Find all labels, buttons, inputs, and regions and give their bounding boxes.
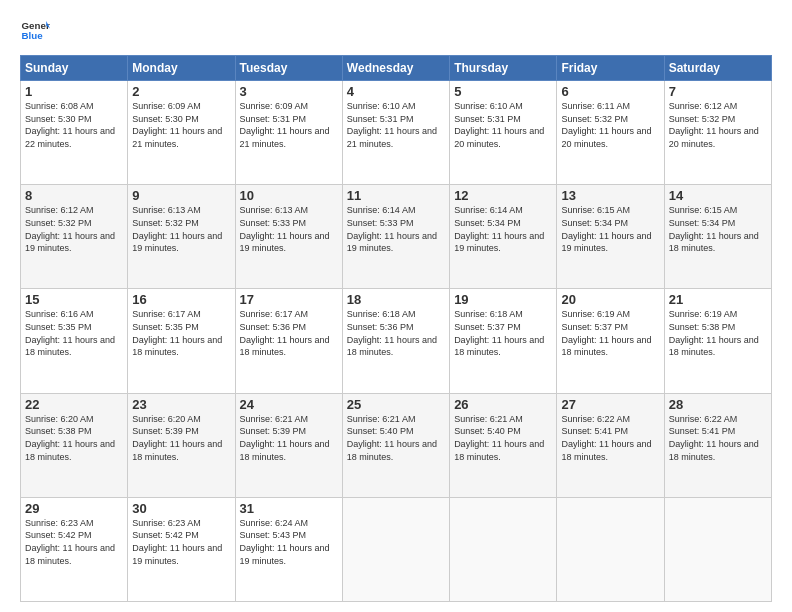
day-number: 7 [669,84,767,99]
day-info: Sunrise: 6:12 AMSunset: 5:32 PMDaylight:… [25,205,115,253]
day-number: 11 [347,188,445,203]
day-info: Sunrise: 6:15 AMSunset: 5:34 PMDaylight:… [561,205,651,253]
day-info: Sunrise: 6:20 AMSunset: 5:39 PMDaylight:… [132,414,222,462]
calendar-cell: 2 Sunrise: 6:09 AMSunset: 5:30 PMDayligh… [128,81,235,185]
day-number: 2 [132,84,230,99]
calendar-cell: 6 Sunrise: 6:11 AMSunset: 5:32 PMDayligh… [557,81,664,185]
day-info: Sunrise: 6:16 AMSunset: 5:35 PMDaylight:… [25,309,115,357]
calendar-cell: 5 Sunrise: 6:10 AMSunset: 5:31 PMDayligh… [450,81,557,185]
day-number: 31 [240,501,338,516]
calendar-cell: 31 Sunrise: 6:24 AMSunset: 5:43 PMDaylig… [235,497,342,601]
day-number: 6 [561,84,659,99]
day-info: Sunrise: 6:18 AMSunset: 5:37 PMDaylight:… [454,309,544,357]
calendar-cell: 22 Sunrise: 6:20 AMSunset: 5:38 PMDaylig… [21,393,128,497]
calendar-cell: 8 Sunrise: 6:12 AMSunset: 5:32 PMDayligh… [21,185,128,289]
day-number: 4 [347,84,445,99]
week-row-4: 22 Sunrise: 6:20 AMSunset: 5:38 PMDaylig… [21,393,772,497]
calendar-cell: 1 Sunrise: 6:08 AMSunset: 5:30 PMDayligh… [21,81,128,185]
day-number: 13 [561,188,659,203]
day-number: 18 [347,292,445,307]
day-info: Sunrise: 6:10 AMSunset: 5:31 PMDaylight:… [347,101,437,149]
day-info: Sunrise: 6:21 AMSunset: 5:40 PMDaylight:… [454,414,544,462]
day-number: 16 [132,292,230,307]
day-info: Sunrise: 6:09 AMSunset: 5:31 PMDaylight:… [240,101,330,149]
calendar-cell: 19 Sunrise: 6:18 AMSunset: 5:37 PMDaylig… [450,289,557,393]
day-number: 28 [669,397,767,412]
svg-text:Blue: Blue [22,30,44,41]
day-number: 14 [669,188,767,203]
day-info: Sunrise: 6:08 AMSunset: 5:30 PMDaylight:… [25,101,115,149]
day-number: 17 [240,292,338,307]
day-number: 21 [669,292,767,307]
calendar-cell: 26 Sunrise: 6:21 AMSunset: 5:40 PMDaylig… [450,393,557,497]
day-info: Sunrise: 6:17 AMSunset: 5:36 PMDaylight:… [240,309,330,357]
week-row-5: 29 Sunrise: 6:23 AMSunset: 5:42 PMDaylig… [21,497,772,601]
weekday-wednesday: Wednesday [342,56,449,81]
day-info: Sunrise: 6:14 AMSunset: 5:33 PMDaylight:… [347,205,437,253]
calendar-cell: 12 Sunrise: 6:14 AMSunset: 5:34 PMDaylig… [450,185,557,289]
day-number: 15 [25,292,123,307]
calendar-cell: 16 Sunrise: 6:17 AMSunset: 5:35 PMDaylig… [128,289,235,393]
calendar-page: General Blue SundayMondayTuesdayWednesda… [0,0,792,612]
calendar-cell [450,497,557,601]
day-number: 12 [454,188,552,203]
calendar-cell: 17 Sunrise: 6:17 AMSunset: 5:36 PMDaylig… [235,289,342,393]
calendar-cell: 10 Sunrise: 6:13 AMSunset: 5:33 PMDaylig… [235,185,342,289]
day-info: Sunrise: 6:17 AMSunset: 5:35 PMDaylight:… [132,309,222,357]
day-info: Sunrise: 6:24 AMSunset: 5:43 PMDaylight:… [240,518,330,566]
calendar-cell: 11 Sunrise: 6:14 AMSunset: 5:33 PMDaylig… [342,185,449,289]
day-number: 27 [561,397,659,412]
day-info: Sunrise: 6:23 AMSunset: 5:42 PMDaylight:… [132,518,222,566]
day-info: Sunrise: 6:10 AMSunset: 5:31 PMDaylight:… [454,101,544,149]
logo: General Blue [20,15,50,45]
calendar-cell: 24 Sunrise: 6:21 AMSunset: 5:39 PMDaylig… [235,393,342,497]
calendar-cell: 15 Sunrise: 6:16 AMSunset: 5:35 PMDaylig… [21,289,128,393]
day-info: Sunrise: 6:22 AMSunset: 5:41 PMDaylight:… [561,414,651,462]
logo-icon: General Blue [20,15,50,45]
header: General Blue [20,15,772,45]
week-row-1: 1 Sunrise: 6:08 AMSunset: 5:30 PMDayligh… [21,81,772,185]
day-number: 19 [454,292,552,307]
calendar-cell: 14 Sunrise: 6:15 AMSunset: 5:34 PMDaylig… [664,185,771,289]
calendar-cell [664,497,771,601]
calendar-cell: 7 Sunrise: 6:12 AMSunset: 5:32 PMDayligh… [664,81,771,185]
calendar-cell: 29 Sunrise: 6:23 AMSunset: 5:42 PMDaylig… [21,497,128,601]
weekday-header: SundayMondayTuesdayWednesdayThursdayFrid… [21,56,772,81]
day-info: Sunrise: 6:15 AMSunset: 5:34 PMDaylight:… [669,205,759,253]
day-info: Sunrise: 6:13 AMSunset: 5:33 PMDaylight:… [240,205,330,253]
day-number: 30 [132,501,230,516]
day-info: Sunrise: 6:18 AMSunset: 5:36 PMDaylight:… [347,309,437,357]
day-info: Sunrise: 6:21 AMSunset: 5:40 PMDaylight:… [347,414,437,462]
weekday-monday: Monday [128,56,235,81]
weekday-sunday: Sunday [21,56,128,81]
day-info: Sunrise: 6:12 AMSunset: 5:32 PMDaylight:… [669,101,759,149]
day-number: 22 [25,397,123,412]
week-row-2: 8 Sunrise: 6:12 AMSunset: 5:32 PMDayligh… [21,185,772,289]
weekday-saturday: Saturday [664,56,771,81]
day-info: Sunrise: 6:14 AMSunset: 5:34 PMDaylight:… [454,205,544,253]
day-number: 24 [240,397,338,412]
day-info: Sunrise: 6:19 AMSunset: 5:38 PMDaylight:… [669,309,759,357]
day-info: Sunrise: 6:09 AMSunset: 5:30 PMDaylight:… [132,101,222,149]
day-number: 10 [240,188,338,203]
calendar-cell: 3 Sunrise: 6:09 AMSunset: 5:31 PMDayligh… [235,81,342,185]
week-row-3: 15 Sunrise: 6:16 AMSunset: 5:35 PMDaylig… [21,289,772,393]
weekday-tuesday: Tuesday [235,56,342,81]
calendar-cell: 28 Sunrise: 6:22 AMSunset: 5:41 PMDaylig… [664,393,771,497]
calendar-cell: 30 Sunrise: 6:23 AMSunset: 5:42 PMDaylig… [128,497,235,601]
calendar-body: 1 Sunrise: 6:08 AMSunset: 5:30 PMDayligh… [21,81,772,602]
day-number: 8 [25,188,123,203]
day-number: 20 [561,292,659,307]
day-number: 3 [240,84,338,99]
calendar-cell: 9 Sunrise: 6:13 AMSunset: 5:32 PMDayligh… [128,185,235,289]
calendar-cell [557,497,664,601]
calendar-cell: 25 Sunrise: 6:21 AMSunset: 5:40 PMDaylig… [342,393,449,497]
calendar-cell: 21 Sunrise: 6:19 AMSunset: 5:38 PMDaylig… [664,289,771,393]
weekday-friday: Friday [557,56,664,81]
day-number: 9 [132,188,230,203]
day-info: Sunrise: 6:22 AMSunset: 5:41 PMDaylight:… [669,414,759,462]
weekday-thursday: Thursday [450,56,557,81]
day-info: Sunrise: 6:13 AMSunset: 5:32 PMDaylight:… [132,205,222,253]
calendar-cell: 20 Sunrise: 6:19 AMSunset: 5:37 PMDaylig… [557,289,664,393]
day-number: 26 [454,397,552,412]
